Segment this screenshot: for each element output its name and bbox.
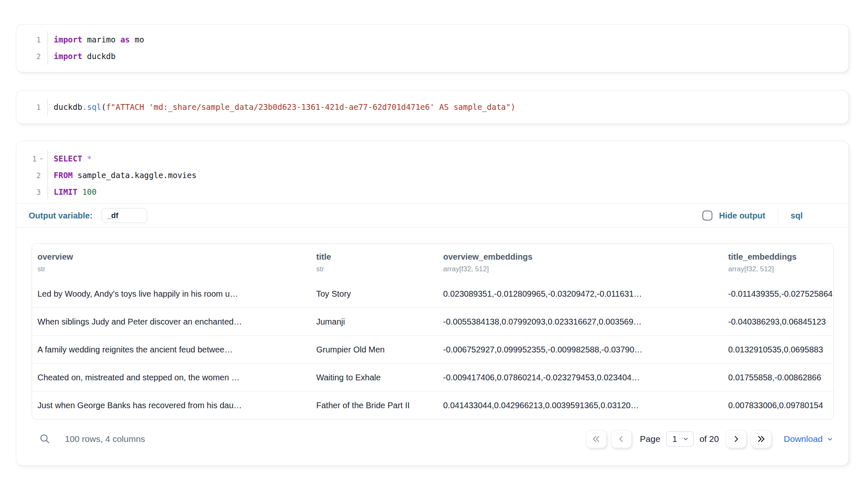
fstring-prefix-token: f	[106, 102, 111, 112]
line-number: 1	[32, 154, 37, 163]
table-header-row: overview str title str overview_embeddin…	[32, 244, 833, 280]
search-icon[interactable]	[39, 433, 51, 445]
table-row: When siblings Judy and Peter discover an…	[32, 308, 833, 335]
cell-overview-embeddings: 0.023089351,-0.012809965,-0.03209472,-0.…	[438, 280, 723, 308]
code-editor[interactable]: 1 duckdb.sql(f"ATTACH 'md:_share/sample_…	[16, 99, 848, 115]
column-type: str	[37, 265, 305, 273]
paren-token: )	[511, 102, 515, 112]
code-line: 2 import duckdb	[16, 48, 848, 64]
line-number-gutter: 2	[16, 167, 48, 184]
cell-overview-embeddings: -0.0055384138,0.07992093,0.023316627,0.0…	[438, 308, 723, 335]
output-bar-controls: Hide output sql	[702, 208, 803, 223]
cell-title-embeddings: 0.0132910535,0.0695883	[723, 336, 834, 363]
column-header-overview[interactable]: overview str	[32, 252, 311, 273]
output-variable-label: Output variable:	[29, 211, 92, 221]
number-token: 100	[77, 187, 97, 196]
string-token: "ATTACH 'md:_share/sample_data/23b0d623-…	[111, 102, 511, 112]
code-editor[interactable]: 1 import marimo as mo 2 import duckdb	[16, 31, 848, 64]
code-text: SELECT *	[48, 154, 92, 163]
code-line: 1 duckdb.sql(f"ATTACH 'md:_share/sample_…	[16, 99, 848, 115]
cell-title-embeddings: -0.011439355,-0.027525864	[723, 280, 834, 308]
line-number-gutter: 3	[16, 184, 48, 200]
cell-title: Grumpier Old Men	[311, 336, 438, 363]
download-label: Download	[784, 434, 823, 444]
table-row: Cheated on, mistreated and stepped on, t…	[32, 363, 833, 391]
column-name: overview	[37, 252, 305, 262]
hide-output-label: Hide output	[719, 211, 765, 221]
column-name: title_embeddings	[728, 252, 829, 262]
language-badge[interactable]: sql	[791, 211, 803, 221]
code-text: import duckdb	[48, 52, 116, 61]
download-button[interactable]: Download	[784, 434, 833, 444]
identifier-token: duckdb	[82, 52, 116, 61]
next-page-button[interactable]	[726, 430, 746, 448]
output-variable-bar: Output variable: Hide output sql	[16, 203, 848, 228]
chevron-down-icon	[682, 436, 689, 442]
line-number: 1	[36, 35, 41, 44]
column-header-title[interactable]: title str	[311, 252, 438, 273]
page-select[interactable]: 1	[666, 431, 694, 447]
keyword-token: import	[54, 35, 82, 44]
column-header-overview-embeddings[interactable]: overview_embeddings array[f32, 512]	[438, 252, 723, 273]
chevron-right-icon	[732, 434, 741, 444]
identifier-token: duckdb	[54, 102, 82, 112]
cell-title-embeddings: -0.040386293,0.06845123	[723, 308, 834, 335]
page-label: Page	[640, 434, 660, 444]
page-select-value: 1	[672, 434, 677, 444]
line-number: 2	[36, 171, 41, 180]
star-token: *	[82, 154, 92, 163]
column-header-title-embeddings[interactable]: title_embeddings array[f32, 512]	[723, 252, 834, 273]
cell-overview: A family wedding reignites the ancient f…	[32, 336, 311, 363]
output-variable-input[interactable]	[102, 208, 147, 223]
identifier-token: mo	[130, 35, 144, 44]
code-text: FROM sample_data.kaggle.movies	[48, 171, 196, 180]
first-page-button[interactable]	[586, 430, 607, 448]
cell-overview: Led by Woody, Andy's toys live happily i…	[32, 280, 311, 308]
keyword-token: import	[54, 52, 82, 61]
cell-title: Waiting to Exhale	[311, 364, 438, 391]
sql-cell-movies-query: 1 SELECT * 2 FROM sample_data.kaggle.mov…	[16, 141, 849, 466]
code-cell-python-imports[interactable]: 1 import marimo as mo 2 import duckdb	[16, 24, 849, 72]
keyword-token: SELECT	[54, 154, 82, 163]
keyword-token: LIMIT	[54, 187, 77, 196]
chevrons-right-icon	[756, 434, 766, 444]
table-row: A family wedding reignites the ancient f…	[32, 335, 833, 363]
code-text: LIMIT 100	[48, 187, 97, 196]
pagination-controls: Page 1 of 20 Download	[586, 430, 833, 448]
cell-title: Jumanji	[311, 308, 438, 335]
fold-chevron-down-icon[interactable]	[39, 156, 44, 161]
vertical-divider	[778, 208, 778, 223]
operator-token: .	[82, 102, 87, 112]
line-number-gutter: 1	[16, 31, 48, 48]
last-page-button[interactable]	[751, 430, 771, 448]
line-number: 2	[36, 52, 41, 61]
column-type: array[f32, 512]	[728, 265, 829, 273]
paren-token: (	[101, 102, 106, 112]
code-line: 1 SELECT *	[16, 150, 848, 167]
cell-overview-embeddings: 0.041433044,0.042966213,0.0039591365,0.0…	[438, 392, 723, 419]
cell-overview: When siblings Judy and Peter discover an…	[32, 308, 311, 335]
function-token: sql	[87, 102, 101, 112]
cell-title: Father of the Bride Part II	[311, 392, 438, 419]
code-cell-duckdb-attach[interactable]: 1 duckdb.sql(f"ATTACH 'md:_share/sample_…	[16, 90, 849, 124]
chevron-left-icon	[617, 434, 626, 444]
identifier-token: marimo	[82, 35, 121, 44]
code-text: duckdb.sql(f"ATTACH 'md:_share/sample_da…	[48, 102, 516, 112]
query-result-table: overview str title str overview_embeddin…	[32, 243, 834, 419]
code-text: import marimo as mo	[48, 35, 144, 44]
page-total-label: of 20	[699, 434, 719, 444]
hide-output-checkbox[interactable]	[702, 211, 712, 221]
cell-overview-embeddings: -0.006752927,0.099952355,-0.009982588,-0…	[438, 336, 723, 363]
previous-page-button[interactable]	[611, 430, 632, 448]
line-number-gutter: 2	[16, 48, 48, 64]
code-line: 1 import marimo as mo	[16, 31, 848, 48]
table-row: Just when George Banks has recovered fro…	[32, 391, 833, 419]
cell-overview: Just when George Banks has recovered fro…	[32, 392, 311, 419]
cell-overview: Cheated on, mistreated and stepped on, t…	[32, 364, 311, 391]
column-name: title	[316, 252, 432, 262]
chevrons-left-icon	[591, 434, 601, 444]
keyword-token: as	[120, 35, 130, 44]
cell-title: Toy Story	[311, 280, 438, 308]
row-column-count: 100 rows, 4 columns	[65, 434, 145, 444]
code-editor[interactable]: 1 SELECT * 2 FROM sample_data.kaggle.mov…	[16, 150, 848, 200]
